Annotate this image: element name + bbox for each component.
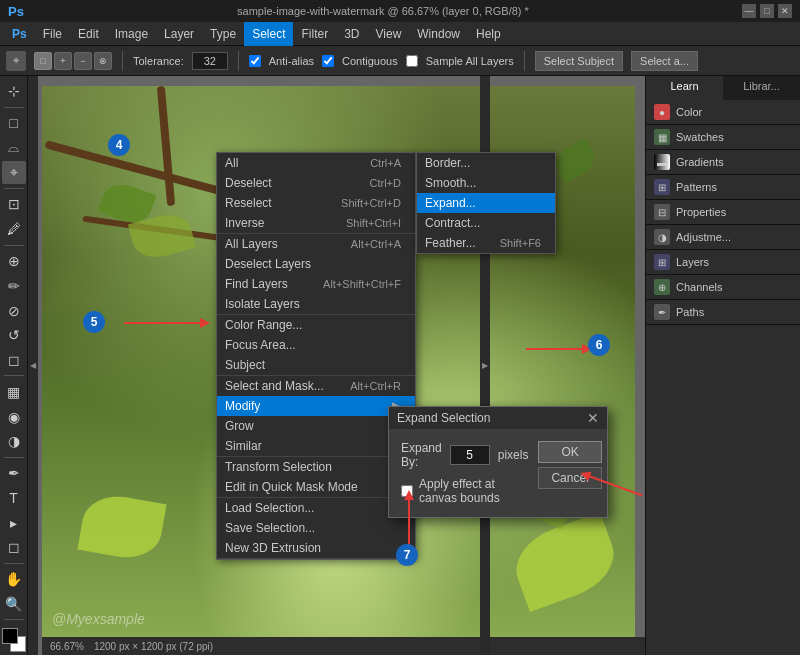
swatches-panel-header[interactable]: ▦ Swatches: [646, 125, 800, 149]
lasso-tool[interactable]: ⌓: [2, 137, 26, 160]
patterns-panel-header[interactable]: ⊞ Patterns: [646, 175, 800, 199]
menu-image[interactable]: Image: [107, 22, 156, 46]
ok-button[interactable]: OK: [538, 441, 601, 463]
magic-wand-tool[interactable]: ⌖: [2, 161, 26, 184]
gradients-panel-header[interactable]: ▬ Gradients: [646, 150, 800, 174]
antialias-label: Anti-alias: [269, 55, 314, 67]
menu-3d[interactable]: 3D: [336, 22, 367, 46]
channels-panel-header[interactable]: ⊕ Channels: [646, 275, 800, 299]
rectangular-marquee-tool[interactable]: □: [2, 112, 26, 135]
close-btn[interactable]: ✕: [778, 4, 792, 18]
tolerance-label: Tolerance:: [133, 55, 184, 67]
swatches-label: Swatches: [676, 131, 724, 143]
antialias-checkbox[interactable]: [249, 55, 261, 67]
menu-edit[interactable]: Edit: [70, 22, 107, 46]
menu-type[interactable]: Type: [202, 22, 244, 46]
tab-learn[interactable]: Learn: [646, 76, 723, 100]
paths-panel-header[interactable]: ✒ Paths: [646, 300, 800, 324]
annotation-5: 5: [83, 311, 105, 333]
menu-contract[interactable]: Contract...: [417, 213, 555, 233]
hand-tool[interactable]: ✋: [2, 568, 26, 591]
menu-inverse[interactable]: InverseShift+Ctrl+I: [217, 213, 415, 233]
menu-save-selection[interactable]: Save Selection...: [217, 518, 415, 538]
eraser-tool[interactable]: ◻: [2, 349, 26, 372]
minimize-btn[interactable]: —: [742, 4, 756, 18]
menu-focus-area[interactable]: Focus Area...: [217, 335, 415, 355]
menu-expand[interactable]: Expand...: [417, 193, 555, 213]
tool-separator-4: [4, 375, 24, 376]
color-swatches[interactable]: [2, 628, 26, 651]
healing-brush-tool[interactable]: ⊕: [2, 250, 26, 273]
tolerance-input[interactable]: [192, 52, 228, 70]
channels-panel: ⊕ Channels: [646, 275, 800, 300]
zoom-tool[interactable]: 🔍: [2, 593, 26, 616]
subtract-selection-icon[interactable]: −: [74, 52, 92, 70]
path-selection-tool[interactable]: ▸: [2, 511, 26, 534]
properties-panel-header[interactable]: ⊟ Properties: [646, 200, 800, 224]
shape-tool[interactable]: ◻: [2, 536, 26, 559]
pen-tool[interactable]: ✒: [2, 462, 26, 485]
menu-select[interactable]: Select: [244, 22, 293, 46]
menu-isolate-layers[interactable]: Isolate Layers: [217, 294, 415, 314]
menu-file[interactable]: File: [35, 22, 70, 46]
menu-select-mask[interactable]: Select and Mask...Alt+Ctrl+R: [217, 376, 415, 396]
menu-smooth[interactable]: Smooth...: [417, 173, 555, 193]
menu-modify[interactable]: Modify▶: [217, 396, 415, 416]
menu-3d-extrusion[interactable]: New 3D Extrusion: [217, 538, 415, 558]
menu-transform-selection[interactable]: Transform Selection: [217, 457, 415, 477]
dialog-close-btn[interactable]: ✕: [587, 410, 599, 426]
layers-label: Layers: [676, 256, 709, 268]
menu-find-layers[interactable]: Find LayersAlt+Shift+Ctrl+F: [217, 274, 415, 294]
brush-tool[interactable]: ✏: [2, 274, 26, 297]
menu-reselect[interactable]: ReselectShift+Ctrl+D: [217, 193, 415, 213]
menu-all-layers[interactable]: All LayersAlt+Ctrl+A: [217, 234, 415, 254]
color-panel-header[interactable]: ● Color: [646, 100, 800, 124]
menu-help[interactable]: Help: [468, 22, 509, 46]
menu-deselect[interactable]: DeselectCtrl+D: [217, 173, 415, 193]
menu-ps[interactable]: Ps: [4, 22, 35, 46]
menu-grow[interactable]: Grow: [217, 416, 415, 436]
tab-libraries[interactable]: Librar...: [723, 76, 800, 100]
eyedropper-tool[interactable]: 🖉: [2, 218, 26, 241]
select-menu-dropdown[interactable]: AllCtrl+A DeselectCtrl+D ReselectShift+C…: [216, 152, 416, 560]
contiguous-checkbox[interactable]: [322, 55, 334, 67]
clone-stamp-tool[interactable]: ⊘: [2, 299, 26, 322]
expand-by-input[interactable]: [450, 445, 490, 465]
menu-similar[interactable]: Similar: [217, 436, 415, 456]
history-brush-tool[interactable]: ↺: [2, 324, 26, 347]
menu-quick-mask[interactable]: Edit in Quick Mask Mode: [217, 477, 415, 497]
menu-feather[interactable]: Feather...Shift+F6: [417, 233, 555, 253]
menu-all[interactable]: AllCtrl+A: [217, 153, 415, 173]
menu-subject[interactable]: Subject: [217, 355, 415, 375]
select-subject-btn[interactable]: Select Subject: [535, 51, 623, 71]
layers-panel-header[interactable]: ⊞ Layers: [646, 250, 800, 274]
menu-window[interactable]: Window: [409, 22, 468, 46]
type-tool[interactable]: T: [2, 486, 26, 509]
gradient-tool[interactable]: ▦: [2, 380, 26, 403]
move-tool[interactable]: ⊹: [2, 80, 26, 103]
dodge-tool[interactable]: ◑: [2, 430, 26, 453]
menu-load-selection[interactable]: Load Selection...: [217, 498, 415, 518]
adjustments-panel-header[interactable]: ◑ Adjustme...: [646, 225, 800, 249]
sample-all-checkbox[interactable]: [406, 55, 418, 67]
tool-separator-6: [4, 563, 24, 564]
menu-color-range[interactable]: Color Range...: [217, 315, 415, 335]
blur-tool[interactable]: ◉: [2, 405, 26, 428]
left-collapse-arrow[interactable]: ◀: [28, 76, 38, 655]
menu-border[interactable]: Border...: [417, 153, 555, 173]
patterns-label: Patterns: [676, 181, 717, 193]
expand-dialog[interactable]: Expand Selection ✕ Expand By: pixels App…: [388, 406, 608, 518]
select-mask-btn[interactable]: Select a...: [631, 51, 698, 71]
menu-view[interactable]: View: [368, 22, 410, 46]
menu-filter[interactable]: Filter: [293, 22, 336, 46]
add-selection-icon[interactable]: +: [54, 52, 72, 70]
menu-layer[interactable]: Layer: [156, 22, 202, 46]
modify-submenu[interactable]: Border... Smooth... Expand... Contract..…: [416, 152, 556, 254]
intersect-selection-icon[interactable]: ⊗: [94, 52, 112, 70]
canvas-area[interactable]: ◀ @Myexsample: [28, 76, 645, 655]
menu-deselect-layers[interactable]: Deselect Layers: [217, 254, 415, 274]
crop-tool[interactable]: ⊡: [2, 193, 26, 216]
main-area: ⊹ □ ⌓ ⌖ ⊡ 🖉 ⊕ ✏ ⊘ ↺ ◻ ▦ ◉ ◑ ✒ T ▸ ◻ ✋ 🔍: [0, 76, 800, 655]
new-selection-icon[interactable]: □: [34, 52, 52, 70]
maximize-btn[interactable]: □: [760, 4, 774, 18]
